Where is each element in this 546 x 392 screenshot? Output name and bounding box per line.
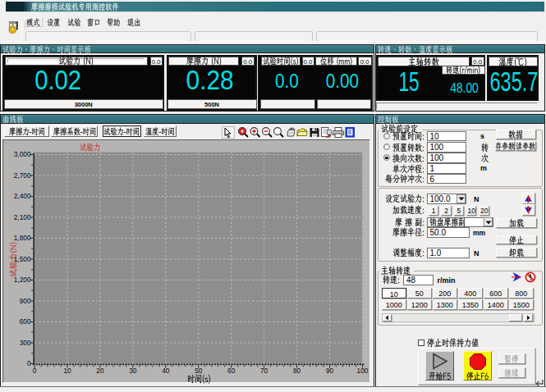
svg-text:10: 10 — [63, 367, 71, 375]
svg-text:900: 900 — [20, 297, 31, 305]
svg-text:2,700: 2,700 — [14, 171, 31, 180]
svg-text:2,400: 2,400 — [14, 192, 31, 200]
svg-text:0: 0 — [33, 367, 37, 375]
svg-text:30: 30 — [129, 367, 137, 375]
svg-text:90: 90 — [326, 367, 334, 375]
svg-text:3,000: 3,000 — [14, 150, 31, 158]
svg-text:600: 600 — [20, 317, 31, 326]
svg-text:40: 40 — [162, 367, 170, 375]
svg-text:100: 100 — [357, 367, 369, 375]
svg-text:0: 0 — [27, 359, 31, 367]
svg-text:300: 300 — [20, 339, 31, 347]
svg-text:2,100: 2,100 — [14, 213, 31, 221]
svg-text:80: 80 — [293, 367, 301, 375]
svg-text:20: 20 — [96, 367, 104, 375]
svg-text:60: 60 — [227, 367, 236, 375]
svg-text:70: 70 — [260, 367, 268, 375]
